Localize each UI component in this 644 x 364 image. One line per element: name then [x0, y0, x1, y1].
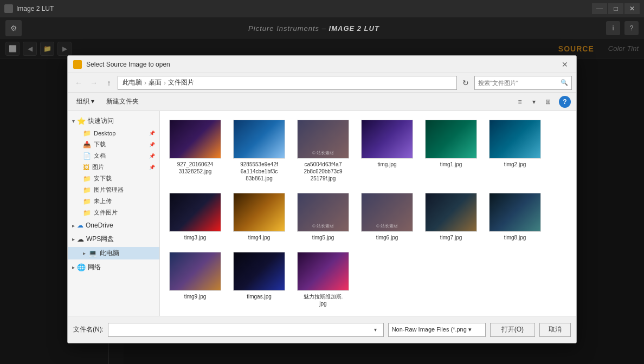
file-item[interactable]: timg.jpg	[357, 116, 417, 185]
file-item[interactable]: 9285553e9e42f6a114cbe1bf3c83b861.jpg	[229, 116, 289, 185]
sidebar-item-label: 文档	[94, 152, 106, 160]
sidebar-quick-access-section: ▾ ⭐ 快速访问 📁 Desktop 📌 📥 下载 📌	[68, 114, 159, 218]
sidebar-item-notupload[interactable]: 📁 未上传	[68, 196, 159, 207]
file-item[interactable]: timgas.jpg	[229, 249, 289, 310]
address-bar: ← → ↑ 此电脑 › 桌面 › 文件图片 ↻ 🔍	[68, 73, 576, 93]
view-dropdown-button[interactable]: ▾	[527, 95, 540, 108]
sidebar-item-filepics[interactable]: 📁 文件图片	[68, 207, 159, 218]
pictures-icon: 🖼	[83, 164, 89, 171]
view-list-button[interactable]: ≡	[513, 95, 526, 108]
sidebar-onedrive-header[interactable]: ▸ ☁ OneDrive	[68, 219, 159, 231]
sidebar-quick-access-header[interactable]: ▾ ⭐ 快速访问	[68, 114, 159, 128]
file-item[interactable]: timg6.jpg	[357, 190, 417, 244]
file-item[interactable]: timg2.jpg	[485, 116, 545, 185]
view-buttons: ≡ ▾ ⊞	[513, 95, 555, 108]
open-button[interactable]: 打开(O)	[490, 323, 535, 337]
download-icon: 📥	[83, 141, 91, 148]
sidebar-thispc-header[interactable]: ▸ 💻 此电脑	[68, 247, 159, 259]
pin-icon: 📌	[149, 131, 155, 136]
search-input[interactable]	[478, 80, 558, 86]
help-circle-button[interactable]: ?	[559, 96, 571, 108]
file-name: ca5004d63f4a72b8c620bb73c925179f.jpg	[304, 161, 342, 182]
file-thumbnail	[169, 120, 221, 159]
close-button[interactable]: ✕	[624, 3, 640, 14]
file-name: timg9.jpg	[184, 293, 207, 300]
nav-up-button[interactable]: ↑	[102, 76, 115, 89]
file-grid: 927_2016062431328252.jpg 9285553e9e42f6a…	[160, 111, 576, 316]
file-thumbnail	[233, 252, 285, 291]
sidebar-item-label: 图片	[92, 163, 104, 171]
organize-button[interactable]: 组织 ▾	[73, 95, 98, 108]
search-icon: 🔍	[561, 79, 568, 86]
network-icon: 🌐	[77, 263, 86, 271]
settings-button[interactable]: ⚙	[5, 20, 22, 36]
filetype-label: Non-Raw Image Files (*.png ▾	[392, 326, 472, 333]
chevron-down-icon: ▾	[72, 118, 75, 124]
file-item[interactable]: timg4.jpg	[229, 190, 289, 244]
help-button[interactable]: ?	[624, 21, 639, 35]
file-item[interactable]: 927_2016062431328252.jpg	[165, 116, 225, 185]
folder-icon: 📁	[83, 175, 91, 183]
dialog-title-bar: Select Source Image to open ✕	[68, 56, 576, 73]
pin-icon: 📌	[149, 153, 155, 159]
sidebar-item-downloads[interactable]: 📥 下载 📌	[68, 139, 159, 150]
sidebar-network-header[interactable]: ▸ 🌐 网络	[68, 261, 159, 274]
file-name: 魅力拉斯维加斯.jpg	[304, 293, 343, 307]
nav-forward-button[interactable]: →	[87, 76, 100, 89]
file-thumbnail	[169, 193, 221, 232]
dialog-title: Select Source Image to open	[86, 61, 559, 68]
filename-input[interactable]	[112, 326, 371, 334]
file-name: timg6.jpg	[376, 234, 398, 241]
sidebar-wps-section: ▸ ☁ WPS网盘	[68, 232, 159, 246]
dialog-close-button[interactable]: ✕	[559, 58, 571, 70]
filetype-dropdown[interactable]: Non-Raw Image Files (*.png ▾	[388, 323, 486, 337]
app-icon	[4, 4, 13, 13]
info-button[interactable]: i	[606, 21, 620, 35]
file-dialog: Select Source Image to open ✕ ← → ↑ 此电脑 …	[67, 55, 577, 343]
file-thumbnail	[489, 193, 541, 232]
sidebar-item-picmanager[interactable]: 📁 图片管理器	[68, 184, 159, 196]
onedrive-icon: ☁	[77, 222, 83, 229]
file-thumbnail	[169, 252, 221, 291]
pin-icon: 📌	[149, 165, 155, 170]
view-details-button[interactable]: ⊞	[542, 95, 555, 108]
cancel-button[interactable]: 取消	[539, 323, 571, 337]
file-item[interactable]: timg1.jpg	[421, 116, 481, 185]
chevron-right-icon: ▸	[83, 250, 86, 256]
dialog-toolbar: 组织 ▾ 新建文件夹 ≡ ▾ ⊞ ?	[68, 93, 576, 111]
new-folder-button[interactable]: 新建文件夹	[102, 95, 143, 108]
filename-dropdown-button[interactable]: ▾	[371, 327, 380, 333]
file-name: timgas.jpg	[247, 293, 272, 300]
file-name: 927_2016062431328252.jpg	[177, 161, 214, 175]
nav-back-button[interactable]: ←	[72, 76, 85, 89]
chevron-right-icon: ▸	[72, 264, 75, 270]
sidebar-network-section: ▸ 🌐 网络	[68, 261, 159, 274]
sidebar-item-desktop[interactable]: 📁 Desktop 📌	[68, 128, 159, 139]
sidebar-item-label: 安下载	[94, 174, 112, 183]
file-item[interactable]: timg9.jpg	[165, 249, 225, 310]
minimize-button[interactable]: —	[592, 3, 607, 14]
file-name: timg5.jpg	[312, 234, 334, 241]
sidebar-item-anload[interactable]: 📁 安下载	[68, 173, 159, 184]
refresh-button[interactable]: ↻	[459, 76, 472, 89]
sidebar-item-label: 文件图片	[94, 209, 118, 217]
file-name: timg8.jpg	[504, 234, 526, 241]
file-thumbnail	[233, 120, 285, 159]
file-item[interactable]: 魅力拉斯维加斯.jpg	[293, 249, 353, 310]
sidebar-item-pictures[interactable]: 🖼 图片 📌	[68, 161, 159, 173]
sidebar-wps-header[interactable]: ▸ ☁ WPS网盘	[68, 232, 159, 246]
window-controls[interactable]: — □ ✕	[592, 3, 640, 14]
file-name: timg2.jpg	[504, 161, 526, 168]
file-thumbnail	[425, 193, 477, 232]
maximize-button[interactable]: □	[608, 3, 623, 14]
file-item[interactable]: timg5.jpg	[293, 190, 353, 244]
file-name: timg4.jpg	[248, 234, 271, 241]
file-item[interactable]: timg3.jpg	[165, 190, 225, 244]
wps-icon: ☁	[77, 235, 84, 243]
chevron-right-icon: ▸	[72, 236, 75, 242]
path-part-1: 此电脑	[123, 78, 142, 87]
file-item[interactable]: ca5004d63f4a72b8c620bb73c925179f.jpg	[293, 116, 353, 185]
file-item[interactable]: timg8.jpg	[485, 190, 545, 244]
file-item[interactable]: timg7.jpg	[421, 190, 481, 244]
sidebar-item-documents[interactable]: 📄 文档 📌	[68, 150, 159, 161]
